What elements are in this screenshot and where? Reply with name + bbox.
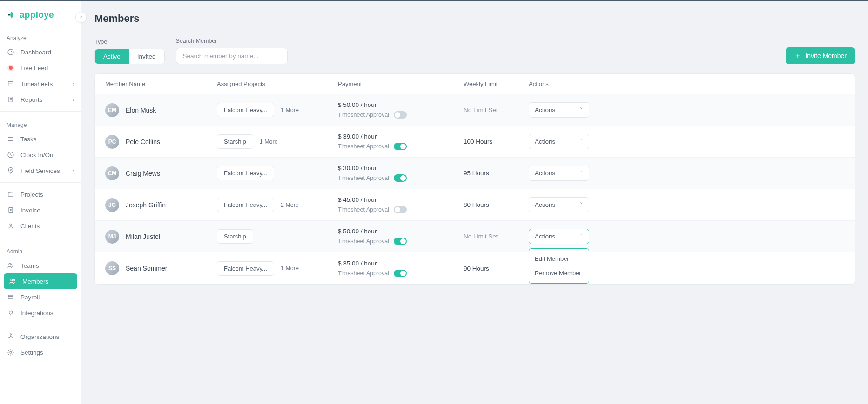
timesheet-approval-toggle[interactable] (394, 143, 407, 150)
svg-point-8 (9, 263, 11, 265)
payment-cell: $ 30.00 / hourTimesheet Approval (338, 165, 464, 182)
svg-rect-2 (8, 81, 13, 86)
member-cell: MJMilan Justel (105, 230, 217, 244)
member-cell: EMElon Musk (105, 103, 217, 117)
actions-cell: Actions˄Edit MemberRemove Member (529, 229, 603, 244)
timesheet-approval-toggle[interactable] (394, 111, 407, 119)
projects-cell: Falcom Heavy...1 More (217, 261, 338, 276)
page-title: Members (94, 13, 855, 25)
payment-rate: $ 35.00 / hour (338, 260, 464, 267)
actions-dropdown-button[interactable]: Actions˄ (529, 229, 589, 244)
sidebar-collapse-button[interactable]: ‹ (75, 12, 87, 23)
projects-cell: Falcom Heavy...1 More (217, 103, 338, 117)
projects-cell: Falcom Heavy...2 More (217, 198, 338, 212)
chevron-right-icon: › (72, 167, 74, 174)
actions-dropdown-button[interactable]: Actions˅ (529, 166, 589, 181)
brand-logo[interactable]: apploye (0, 10, 81, 28)
type-label: Type (94, 39, 165, 45)
more-projects-link[interactable]: 1 More (281, 107, 299, 113)
sidebar-item-clients[interactable]: Clients (0, 218, 81, 234)
live-dot-icon (7, 64, 15, 72)
sidebar-item-live-feed[interactable]: Live Feed (0, 60, 81, 76)
gauge-icon (7, 48, 15, 56)
people-icon (8, 277, 17, 285)
project-chip[interactable]: Falcom Heavy... (217, 261, 274, 276)
filter-bar: Type Active Invited Search Member ＋ Invi… (94, 38, 855, 64)
tab-active[interactable]: Active (95, 49, 129, 64)
weekly-limit: No Limit Set (464, 233, 529, 240)
timesheet-approval-toggle[interactable] (394, 238, 407, 245)
payment-rate: $ 45.00 / hour (338, 196, 464, 203)
sidebar-item-integrations[interactable]: Integrations (0, 305, 81, 321)
actions-dropdown-button[interactable]: Actions˅ (529, 102, 589, 118)
projects-cell: Falcom Heavy... (217, 166, 338, 180)
sidebar-item-tasks[interactable]: Tasks (0, 131, 81, 147)
more-projects-link[interactable]: 1 More (260, 139, 278, 145)
plus-icon: ＋ (794, 52, 801, 60)
sidebar-item-label: Teams (20, 262, 39, 269)
sidebar-divider (0, 182, 81, 183)
sidebar-item-organizations[interactable]: Organizations (0, 329, 81, 344)
dropdown-edit-member[interactable]: Edit Member (529, 252, 589, 266)
avatar: CM (105, 166, 119, 180)
sidebar-item-settings[interactable]: Settings (0, 344, 81, 360)
svg-point-10 (11, 279, 13, 281)
sidebar-item-dashboard[interactable]: Dashboard (0, 44, 81, 60)
payment-rate: $ 39.00 / hour (338, 133, 464, 140)
timesheet-approval-label: Timesheet Approval (338, 112, 389, 118)
sidebar-item-projects[interactable]: Projects (0, 186, 81, 202)
member-name: Elon Musk (126, 106, 156, 114)
invite-member-button[interactable]: ＋ Invite Member (786, 47, 855, 64)
timesheet-approval-toggle[interactable] (394, 270, 407, 277)
chevron-down-icon: ˅ (580, 201, 583, 208)
svg-point-16 (10, 351, 12, 353)
sidebar-item-timesheets[interactable]: Timesheets› (0, 76, 81, 92)
clock-icon (7, 151, 15, 159)
project-chip[interactable]: Starship (217, 229, 253, 244)
actions-dropdown-button[interactable]: Actions˅ (529, 197, 589, 212)
sidebar-item-clock[interactable]: Clock In/Out (0, 147, 81, 163)
doc-icon (7, 95, 15, 104)
timesheet-approval-toggle[interactable] (394, 206, 407, 213)
member-cell: CMCraig Mews (105, 166, 217, 180)
more-projects-link[interactable]: 1 More (281, 265, 299, 272)
search-input[interactable] (176, 48, 288, 64)
sidebar-item-invoice[interactable]: Invoice (0, 202, 81, 218)
tab-invited[interactable]: Invited (129, 49, 164, 64)
project-chip[interactable]: Falcom Heavy... (217, 103, 274, 117)
pin-icon (7, 166, 15, 175)
avatar: MJ (105, 230, 119, 244)
sidebar-item-field-services[interactable]: Field Services› (0, 163, 81, 179)
member-cell: JGJoseph Griffin (105, 198, 217, 212)
timesheet-approval-label: Timesheet Approval (338, 270, 389, 277)
org-icon (7, 332, 15, 341)
dropdown-remove-member[interactable]: Remove Member (529, 266, 589, 280)
project-chip[interactable]: Falcom Heavy... (217, 198, 274, 212)
timesheet-approval-toggle[interactable] (394, 174, 407, 182)
sidebar-item-teams[interactable]: Teams (0, 258, 81, 273)
sidebar-item-label: Reports (20, 96, 42, 103)
sidebar-item-label: Settings (20, 349, 43, 356)
table-row: CMCraig MewsFalcom Heavy...$ 30.00 / hou… (95, 158, 855, 189)
sidebar-item-reports[interactable]: Reports› (0, 92, 81, 107)
main-content: Members Type Active Invited Search Membe… (81, 1, 868, 404)
payment-cell: $ 45.00 / hourTimesheet Approval (338, 196, 464, 213)
svg-point-11 (13, 279, 15, 281)
svg-point-0 (8, 14, 10, 16)
sidebar-item-label: Dashboard (20, 49, 51, 56)
project-chip[interactable]: Starship (217, 134, 253, 149)
more-projects-link[interactable]: 2 More (281, 202, 299, 208)
actions-dropdown-button[interactable]: Actions˅ (529, 134, 589, 149)
project-chip[interactable]: Falcom Heavy... (217, 166, 274, 180)
person-icon (7, 222, 15, 230)
avatar: EM (105, 103, 119, 117)
people-icon (7, 261, 15, 270)
avatar: JG (105, 198, 119, 212)
sidebar-item-payroll[interactable]: Payroll (0, 289, 81, 305)
actions-dropdown-menu: Edit MemberRemove Member (529, 248, 589, 284)
sidebar-item-members[interactable]: Members (4, 273, 77, 289)
payment-cell: $ 35.00 / hourTimesheet Approval (338, 260, 464, 277)
payment-cell: $ 50.00 / hourTimesheet Approval (338, 101, 464, 119)
table-row: SSSean SommerFalcom Heavy...1 More$ 35.0… (95, 252, 855, 284)
payment-rate: $ 30.00 / hour (338, 165, 464, 172)
